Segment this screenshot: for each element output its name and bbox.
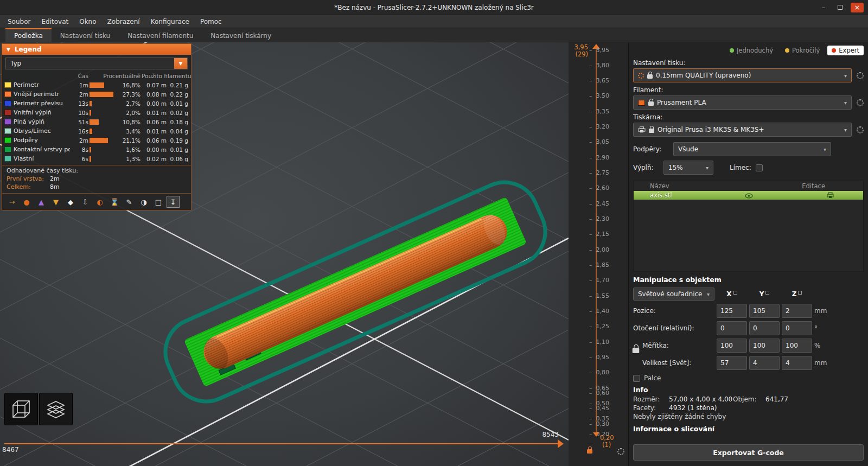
layer-tick[interactable]: –3,35	[589, 107, 609, 115]
coordinates-dropdown[interactable]: Světové souřadnice ▾	[633, 288, 714, 301]
tool-changes-icon[interactable]: ⇩	[79, 196, 92, 208]
layer-tick[interactable]: –3,50	[589, 92, 609, 100]
menu-soubor[interactable]: Soubor	[2, 15, 36, 28]
infill-dropdown[interactable]: 15% ▾	[663, 161, 713, 175]
menu-konfigurace[interactable]: Konfigurace	[145, 15, 195, 28]
position-z-input[interactable]	[782, 304, 812, 318]
layer-tick[interactable]: –1,55	[589, 292, 609, 299]
tab-podlozka[interactable]: Podložka	[5, 28, 52, 42]
layer-tick[interactable]: –3,05	[589, 138, 609, 146]
seams-icon[interactable]: ◆	[64, 196, 77, 208]
dropdown-arrow-icon[interactable]: ▼	[174, 58, 187, 69]
mode-expert[interactable]: Expert	[827, 46, 864, 55]
tick-mark: –	[589, 200, 592, 207]
brim-checkbox[interactable]	[756, 164, 763, 171]
layer-tick[interactable]: –2,45	[589, 200, 609, 207]
printer-gear-icon[interactable]	[857, 126, 864, 133]
layer-tick[interactable]: –0,80	[589, 369, 609, 376]
print-settings-gear-icon[interactable]	[857, 72, 864, 79]
layer-tick[interactable]: –2,60	[589, 184, 609, 192]
center-of-mass-icon[interactable]: ◑	[137, 196, 150, 208]
menu-zobrazeni[interactable]: Zobrazení	[102, 15, 145, 28]
scale-z-input[interactable]	[782, 339, 812, 353]
layer-tick[interactable]: –2,75	[589, 169, 609, 177]
tab-nastaveni-tisku[interactable]: Nastavení tisku	[52, 28, 119, 42]
scale-x-input[interactable]	[717, 339, 747, 353]
position-y-input[interactable]	[749, 304, 780, 318]
view-preview-thumbnail[interactable]	[39, 393, 73, 425]
layer-tick[interactable]: –3,65	[589, 77, 609, 85]
window-close-button[interactable]: ×	[851, 3, 864, 12]
menu-okno[interactable]: Okno	[74, 15, 101, 28]
view-3d-thumbnail[interactable]	[4, 393, 38, 425]
window-minimize-button[interactable]: –	[818, 3, 829, 11]
eye-icon[interactable]	[745, 193, 753, 200]
filament-gear-icon[interactable]	[857, 99, 864, 106]
layer-tick[interactable]: –2,15	[589, 231, 609, 238]
printer-dropdown[interactable]: Original Prusa i3 MK3S & MK3S+ ▾	[633, 123, 852, 137]
supports-dropdown[interactable]: Všude ▾	[673, 142, 831, 156]
menu-editovat[interactable]: Editovat	[36, 15, 74, 28]
size-y-input[interactable]	[749, 356, 780, 370]
retractions-icon[interactable]: ▼	[49, 196, 62, 208]
layer-tick[interactable]: –1,10	[589, 338, 609, 346]
window-maximize-button[interactable]	[834, 3, 845, 11]
layer-slider-lower-handle[interactable]	[593, 432, 599, 437]
view-type-dropdown[interactable]: Typ ▼	[5, 58, 188, 69]
layer-tick[interactable]: –2,00	[589, 246, 609, 253]
layer-tick[interactable]: –2,30	[589, 215, 609, 223]
pause-prints-icon[interactable]: ⌛	[108, 196, 121, 208]
layer-tick[interactable]: –0,45	[589, 405, 609, 412]
slider-lock-icon[interactable]	[587, 449, 592, 454]
layer-tick[interactable]: –1,85	[589, 261, 609, 269]
deretractions-icon[interactable]: ▲	[35, 196, 48, 208]
axis-box-icon[interactable]	[733, 291, 737, 295]
object-row-axis-stl[interactable]: axis.stl	[634, 191, 863, 200]
size-x-input[interactable]	[717, 356, 747, 370]
print-settings-dropdown[interactable]: 0.15mm QUALITY (upraveno) ▾	[633, 68, 852, 82]
rotation-x-input[interactable]	[717, 321, 747, 335]
color-changes-icon[interactable]: ◐	[93, 196, 106, 208]
viewport-3d[interactable]: ▼ Legend Typ ▼ Čas Procentuálně Použito …	[0, 42, 569, 466]
horizontal-move-slider[interactable]	[4, 443, 559, 444]
layer-tick[interactable]: –1,40	[589, 307, 609, 315]
layer-tick[interactable]: –1,25	[589, 323, 609, 330]
layer-tick[interactable]: –0,30	[589, 420, 609, 427]
layer-tick[interactable]: –0,60	[589, 389, 609, 397]
layer-tick[interactable]: –2,90	[589, 154, 609, 161]
slider-settings-gear-icon[interactable]	[617, 448, 624, 455]
printer-label: Tiskárna:	[633, 113, 864, 121]
feature-label: Obrys/Límec	[14, 127, 70, 135]
wipe-icon[interactable]: ●	[20, 196, 33, 208]
mode-jednoduchy[interactable]: Jednoduchý	[725, 46, 777, 55]
horizontal-slider-handle-icon[interactable]	[558, 439, 564, 448]
custom-gcode-icon[interactable]: ✎	[123, 196, 136, 208]
object-printable-icon[interactable]	[827, 192, 834, 200]
layer-tick[interactable]: –3,80	[589, 61, 609, 69]
shells-icon[interactable]: □	[152, 196, 165, 208]
tab-nastaveni-tiskarny[interactable]: Nastavení tiskárny	[202, 28, 280, 42]
filament-color-swatch	[638, 100, 645, 106]
rotation-y-input[interactable]	[749, 321, 780, 335]
menu-pomoc[interactable]: Pomoc	[195, 15, 227, 28]
size-z-input[interactable]	[782, 356, 812, 370]
export-gcode-button[interactable]: Exportovat G-code	[633, 444, 864, 461]
tab-nastaveni-filamentu[interactable]: Nastavení filamentu	[119, 28, 202, 42]
layer-tick[interactable]: –0,95	[589, 353, 609, 361]
position-x-input[interactable]	[717, 304, 747, 318]
legend-header[interactable]: ▼ Legend	[2, 44, 191, 55]
layer-tick[interactable]: –1,70	[589, 277, 609, 284]
axis-box-icon[interactable]	[798, 291, 802, 295]
sliced-model[interactable]	[155, 171, 556, 412]
rotation-z-input[interactable]	[782, 321, 812, 335]
filament-dropdown[interactable]: Prusament PLA ▾	[633, 95, 852, 110]
travels-icon[interactable]: →	[5, 196, 18, 208]
axis-box-icon[interactable]	[765, 291, 769, 295]
layer-tick[interactable]: –3,20	[589, 123, 609, 131]
uniform-scale-lock-icon[interactable]	[633, 348, 640, 353]
mode-pokrocily[interactable]: Pokročilý	[781, 46, 824, 55]
scale-y-input[interactable]	[749, 339, 780, 353]
inches-checkbox[interactable]	[633, 375, 640, 382]
legend-toggle-icon[interactable]: ↧	[167, 196, 180, 208]
layer-tick[interactable]: –3,95	[589, 46, 609, 54]
